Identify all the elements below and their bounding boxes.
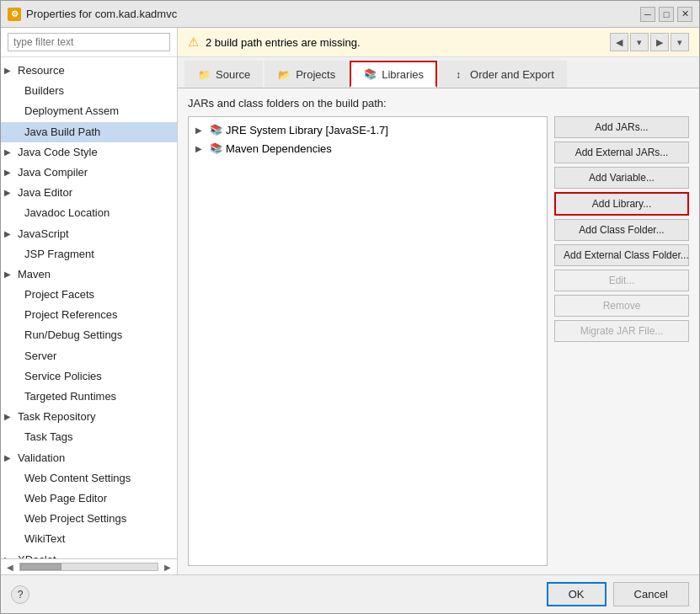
sidebar-item-label: Web Project Settings xyxy=(24,511,126,526)
sidebar-item-maven[interactable]: ▶ Maven xyxy=(1,264,177,285)
sidebar-item-label: Service Policies xyxy=(24,369,102,384)
sidebar-item-label: Deployment Assem xyxy=(24,104,119,119)
tab-source-label: Source xyxy=(216,68,250,81)
sidebar-item-web-page-editor[interactable]: Web Page Editor xyxy=(1,489,177,509)
sidebar-item-label: Web Page Editor xyxy=(24,491,107,506)
arrow-icon: ▶ xyxy=(4,147,14,158)
remove-button[interactable]: Remove xyxy=(554,295,689,317)
sidebar-item-label: Project References xyxy=(24,307,118,323)
close-button[interactable]: ✕ xyxy=(677,7,692,22)
sidebar-item-java-compiler[interactable]: ▶ Java Compiler xyxy=(1,163,177,183)
nav-forward-dropdown-button[interactable]: ▾ xyxy=(671,33,689,51)
content-label: JARs and class folders on the build path… xyxy=(188,97,689,109)
sidebar-item-resource[interactable]: ▶ Resource xyxy=(1,61,177,81)
tab-order-export[interactable]: ↕ Order and Export xyxy=(439,61,567,88)
sidebar-item-javadoc-location[interactable]: Javadoc Location xyxy=(1,203,177,223)
tab-libraries[interactable]: 📚 Libraries xyxy=(350,61,437,88)
tab-order-export-label: Order and Export xyxy=(470,68,554,81)
ok-button[interactable]: OK xyxy=(547,582,606,606)
sidebar-item-label: Resource xyxy=(18,63,65,78)
add-class-folder-button[interactable]: Add Class Folder... xyxy=(554,219,689,241)
sidebar-item-jsp-fragment[interactable]: JSP Fragment xyxy=(1,244,177,264)
sidebar-item-project-facets[interactable]: Project Facets xyxy=(1,285,177,305)
maximize-button[interactable]: □ xyxy=(659,7,674,22)
sidebar-item-web-content-settings[interactable]: Web Content Settings xyxy=(1,468,177,489)
tab-source[interactable]: 📁 Source xyxy=(184,61,263,88)
warning-icon: ⚠ xyxy=(188,35,199,50)
tree-panel: ▶ 📚 JRE System Library [JavaSE-1.7] ▶ 📚 … xyxy=(188,116,548,566)
nav-back-dropdown-button[interactable]: ▾ xyxy=(630,33,649,51)
libraries-panel: ▶ 📚 JRE System Library [JavaSE-1.7] ▶ 📚 … xyxy=(188,116,689,566)
sidebar-item-label: Java Build Path xyxy=(24,125,100,140)
main-content: ▶ Resource Builders Deployment Assem Jav… xyxy=(1,28,699,574)
cancel-button[interactable]: Cancel xyxy=(613,582,689,606)
sidebar-item-label: WikiText xyxy=(24,531,65,547)
sidebar-item-label: Project Facets xyxy=(24,287,94,302)
add-external-class-folder-button[interactable]: Add External Class Folder... xyxy=(554,244,689,266)
nav-forward-button[interactable]: ▶ xyxy=(650,33,669,51)
sidebar-item-java-editor[interactable]: ▶ Java Editor xyxy=(1,183,177,203)
sidebar-item-xdoclet[interactable]: ▶ XDoclet xyxy=(1,550,177,559)
tree-item-jre[interactable]: ▶ 📚 JRE System Library [JavaSE-1.7] xyxy=(192,120,543,139)
add-library-button[interactable]: Add Library... xyxy=(554,192,689,216)
sidebar-item-wikitext[interactable]: WikiText xyxy=(1,529,177,549)
tab-projects[interactable]: 📂 Projects xyxy=(265,61,348,88)
filter-input[interactable] xyxy=(8,33,170,51)
sidebar-item-web-project-settings[interactable]: Web Project Settings xyxy=(1,509,177,529)
sidebar-item-task-repository[interactable]: ▶ Task Repository xyxy=(1,407,177,427)
arrow-icon: ▶ xyxy=(4,65,14,77)
sidebar-item-project-references[interactable]: Project References xyxy=(1,305,177,325)
scroll-thumb xyxy=(20,563,61,570)
sidebar-item-validation[interactable]: ▶ Validation xyxy=(1,448,177,468)
sidebar-item-label: Java Code Style xyxy=(18,145,98,160)
arrow-icon: ▶ xyxy=(4,167,14,179)
sidebar-item-server[interactable]: Server xyxy=(1,346,177,366)
scroll-right-arrow[interactable]: ▶ xyxy=(162,563,174,571)
sidebar-item-label: JSP Fragment xyxy=(24,247,94,262)
tab-libraries-label: Libraries xyxy=(382,68,424,81)
dialog-buttons: OK Cancel xyxy=(547,582,689,606)
sidebar-item-label: Maven xyxy=(18,267,51,282)
sidebar-item-task-tags[interactable]: Task Tags xyxy=(1,427,177,447)
sidebar-item-label: Javadoc Location xyxy=(24,206,110,221)
nav-back-button[interactable]: ◀ xyxy=(610,33,628,51)
edit-button[interactable]: Edit... xyxy=(554,270,689,291)
arrow-icon: ▶ xyxy=(4,452,14,464)
warning-text: 2 build path entries are missing. xyxy=(206,36,361,49)
migrate-jar-button[interactable]: Migrate JAR File... xyxy=(554,320,689,342)
sidebar-item-label: XDoclet xyxy=(18,553,56,559)
sidebar: ▶ Resource Builders Deployment Assem Jav… xyxy=(1,28,178,574)
tabs-row: 📁 Source 📂 Projects 📚 Libraries ↕ Order … xyxy=(178,57,699,88)
sidebar-item-label: Task Repository xyxy=(18,409,95,424)
title-bar-left: ⚙ Properties for com.kad.kadmvc xyxy=(8,8,177,21)
add-variable-button[interactable]: Add Variable... xyxy=(554,167,689,189)
sidebar-item-java-build-path[interactable]: Java Build Path xyxy=(1,122,177,142)
title-bar-controls: ─ □ ✕ xyxy=(640,7,692,22)
arrow-icon: ▶ xyxy=(4,411,14,423)
sidebar-item-service-policies[interactable]: Service Policies xyxy=(1,366,177,387)
sidebar-item-java-code-style[interactable]: ▶ Java Code Style xyxy=(1,142,177,163)
sidebar-item-label: Web Content Settings xyxy=(24,471,131,486)
sidebar-item-targeted-runtimes[interactable]: Targeted Runtimes xyxy=(1,387,177,407)
nav-arrows: ◀ ▾ ▶ ▾ xyxy=(610,33,689,51)
sidebar-item-builders[interactable]: Builders xyxy=(1,81,177,101)
window-icon: ⚙ xyxy=(8,8,21,21)
horizontal-scrollbar[interactable] xyxy=(19,563,158,571)
sidebar-item-deployment[interactable]: Deployment Assem xyxy=(1,101,177,121)
help-button[interactable]: ? xyxy=(11,585,29,604)
scroll-left-arrow[interactable]: ◀ xyxy=(4,563,16,571)
minimize-button[interactable]: ─ xyxy=(640,7,655,22)
tree-item-maven-label: Maven Dependencies xyxy=(226,142,332,155)
jre-library-icon: 📚 xyxy=(209,123,222,136)
projects-tab-icon: 📂 xyxy=(277,68,291,82)
tree-item-maven[interactable]: ▶ 📚 Maven Dependencies xyxy=(192,139,543,158)
sidebar-scroll: ◀ ▶ xyxy=(1,558,177,574)
arrow-icon: ▶ xyxy=(4,269,14,280)
add-external-jars-button[interactable]: Add External JARs... xyxy=(554,141,689,163)
sidebar-item-run-debug-settings[interactable]: Run/Debug Settings xyxy=(1,325,177,345)
sidebar-item-javascript[interactable]: ▶ JavaScript xyxy=(1,224,177,244)
content-area: JARs and class folders on the build path… xyxy=(178,88,699,574)
sidebar-item-label: Java Compiler xyxy=(18,165,88,180)
right-panel: ⚠ 2 build path entries are missing. ◀ ▾ … xyxy=(178,28,699,574)
add-jars-button[interactable]: Add JARs... xyxy=(554,116,689,138)
